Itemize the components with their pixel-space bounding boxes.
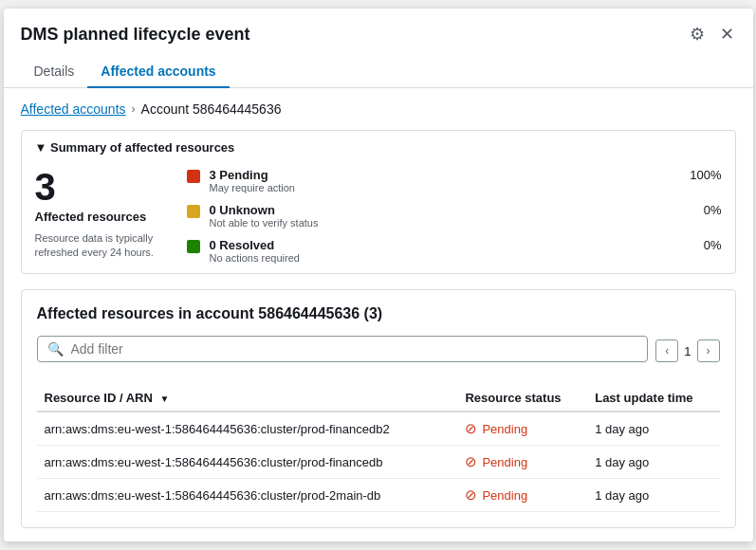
search-icon: 🔍 (47, 341, 64, 357)
pending-sub: May require action (210, 182, 674, 193)
cell-arn: arn:aws:dms:eu-west-1:586464445636:clust… (37, 446, 458, 479)
breadcrumb-link[interactable]: Affected accounts (21, 101, 126, 117)
modal-title: DMS planned lifecycle event (21, 25, 250, 45)
pending-icon: ⊘ (465, 420, 477, 437)
cell-status: ⊘Pending (457, 412, 587, 446)
unknown-pct: 0% (684, 203, 722, 217)
breadcrumb-separator: › (132, 102, 136, 116)
cell-last-update: 1 day ago (587, 479, 719, 512)
tab-bar: Details Affected accounts (4, 56, 753, 88)
status-row-resolved: 0 Resolved No actions required 0% (187, 238, 722, 264)
status-text: Pending (482, 422, 527, 436)
unknown-name: 0 Unknown (210, 203, 674, 217)
resolved-indicator (187, 240, 200, 253)
search-bar[interactable]: 🔍 (37, 336, 649, 362)
tab-details[interactable]: Details (21, 56, 88, 88)
pending-icon: ⊘ (465, 453, 477, 470)
resolved-name: 0 Resolved (210, 238, 674, 252)
settings-button[interactable]: ⚙ (688, 22, 707, 46)
prev-page-button[interactable]: ‹ (655, 339, 678, 362)
pending-text: 3 Pending May require action (210, 168, 674, 193)
affected-number: 3 (35, 168, 158, 206)
search-wrapper: 🔍 (37, 336, 649, 374)
col-resource-status: Resource status (457, 385, 587, 412)
table-row: arn:aws:dms:eu-west-1:586464445636:clust… (37, 446, 720, 479)
close-button[interactable]: ✕ (718, 22, 736, 46)
next-page-button[interactable]: › (697, 339, 720, 362)
status-text: Pending (482, 455, 527, 469)
summary-title[interactable]: ▼ Summary of affected resources (35, 140, 722, 155)
col-last-update: Last update time (587, 385, 719, 412)
tab-affected-accounts[interactable]: Affected accounts (87, 56, 229, 88)
affected-label: Affected resources (35, 210, 158, 224)
resources-section: Affected resources in account 5864644456… (21, 289, 736, 528)
table-row: arn:aws:dms:eu-west-1:586464445636:clust… (37, 412, 720, 446)
sort-icon: ▼ (160, 394, 170, 404)
resolved-text: 0 Resolved No actions required (210, 238, 674, 264)
modal-header: DMS planned lifecycle event ⚙ ✕ (4, 9, 753, 46)
resolved-pct: 0% (684, 238, 722, 252)
cell-arn: arn:aws:dms:eu-west-1:586464445636:clust… (37, 479, 458, 512)
cell-status: ⊘Pending (457, 479, 587, 512)
table-row: arn:aws:dms:eu-west-1:586464445636:clust… (37, 479, 720, 512)
status-list: 3 Pending May require action 100% 0 Unkn… (187, 168, 722, 264)
summary-section: ▼ Summary of affected resources 3 Affect… (21, 130, 736, 274)
page-number: 1 (684, 344, 691, 358)
pending-icon: ⊘ (465, 486, 477, 504)
resources-table: Resource ID / ARN ▼ Resource status Last… (37, 385, 720, 512)
unknown-indicator (187, 205, 200, 218)
pending-name: 3 Pending (210, 168, 674, 182)
refresh-note: Resource data is typically refreshed eve… (35, 231, 158, 261)
pending-pct: 100% (684, 168, 722, 182)
unknown-sub: Not able to verify status (210, 217, 674, 229)
affected-count-block: 3 Affected resources Resource data is ty… (35, 168, 158, 261)
status-row-unknown: 0 Unknown Not able to verify status 0% (187, 203, 722, 229)
summary-body: 3 Affected resources Resource data is ty… (35, 168, 722, 264)
pending-indicator (187, 170, 200, 183)
status-text: Pending (482, 488, 527, 503)
search-input[interactable] (71, 341, 638, 357)
cell-last-update: 1 day ago (587, 446, 719, 479)
pagination: ‹ 1 › (655, 339, 719, 362)
modal: DMS planned lifecycle event ⚙ ✕ Details … (4, 9, 753, 541)
breadcrumb: Affected accounts › Account 586464445636 (21, 101, 736, 117)
search-pagination-row: 🔍 ‹ 1 › (37, 336, 720, 374)
cell-last-update: 1 day ago (587, 412, 719, 446)
table-header-row: Resource ID / ARN ▼ Resource status Last… (37, 385, 720, 412)
status-row-pending: 3 Pending May require action 100% (187, 168, 722, 193)
col-resource-id[interactable]: Resource ID / ARN ▼ (37, 385, 458, 412)
breadcrumb-current: Account 586464445636 (141, 101, 282, 117)
modal-icon-group: ⚙ ✕ (688, 22, 736, 46)
unknown-text: 0 Unknown Not able to verify status (210, 203, 674, 229)
resources-title: Affected resources in account 5864644456… (37, 305, 720, 322)
cell-status: ⊘Pending (457, 446, 587, 479)
main-content: Affected accounts › Account 586464445636… (4, 88, 753, 541)
resolved-sub: No actions required (210, 252, 674, 264)
cell-arn: arn:aws:dms:eu-west-1:586464445636:clust… (37, 412, 458, 446)
